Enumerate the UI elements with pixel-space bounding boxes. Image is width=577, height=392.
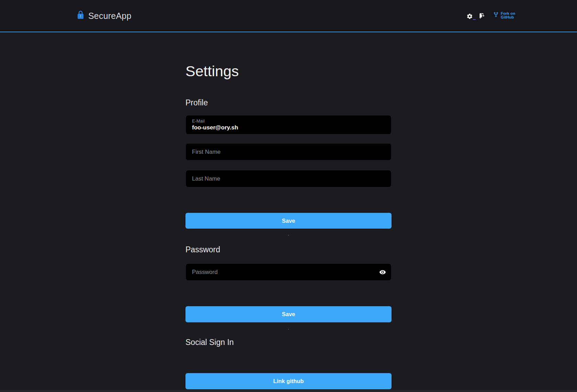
link-github-button[interactable]: Link github (185, 373, 392, 389)
app-logo[interactable]: SecureApp (77, 0, 132, 32)
profile-divider-dot: . (185, 231, 392, 236)
toggle-password-visibility-button[interactable] (378, 268, 387, 277)
logout-icon (479, 15, 486, 20)
fork-link-label: Fork on GitHub (501, 11, 515, 19)
lock-icon (77, 11, 84, 21)
app-header: SecureApp (0, 0, 577, 32)
password-save-button[interactable]: Save (185, 306, 392, 322)
first-name-input[interactable] (186, 143, 391, 160)
last-name-input[interactable] (186, 170, 391, 187)
logout-button[interactable] (479, 12, 486, 19)
social-sign-in-heading: Social Sign In (185, 338, 234, 347)
first-name-field (185, 143, 392, 161)
settings-page: SecureApp (0, 0, 577, 392)
email-input[interactable] (192, 124, 385, 131)
app-title: SecureApp (88, 11, 132, 21)
password-input[interactable] (186, 264, 391, 280)
eye-icon (379, 272, 386, 277)
gear-underline-mark (473, 19, 476, 20)
settings-gear-button[interactable] (466, 13, 473, 20)
email-field: E-Mail (185, 115, 392, 135)
profile-save-button[interactable]: Save (185, 213, 392, 229)
profile-heading: Profile (185, 98, 208, 107)
fork-on-github-link[interactable]: Fork on GitHub (493, 11, 515, 19)
password-heading: Password (185, 245, 220, 254)
page-title: Settings (185, 63, 239, 80)
last-name-field (185, 170, 392, 187)
footer-strip (0, 390, 577, 392)
password-field (185, 263, 392, 281)
gear-icon (466, 15, 473, 21)
git-fork-icon (493, 11, 499, 19)
password-divider-dot: . (185, 325, 392, 330)
email-label: E-Mail (192, 118, 385, 124)
